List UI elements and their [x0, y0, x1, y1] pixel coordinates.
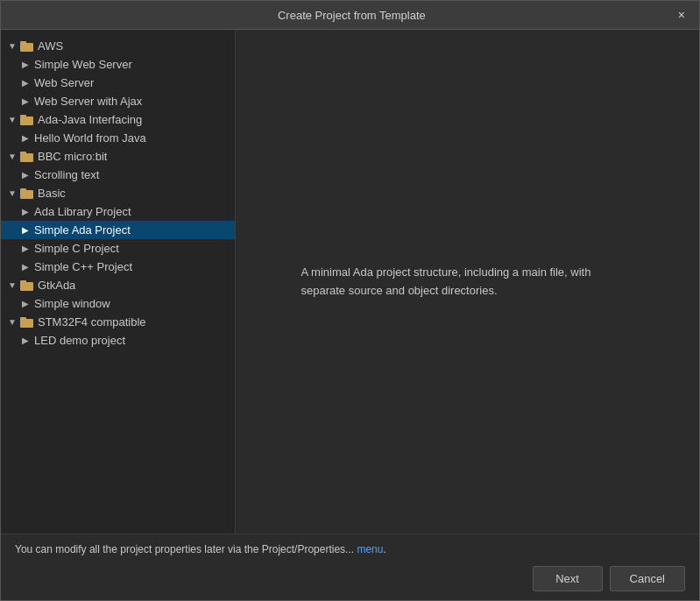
category-ada-java-label: Ada-Java Interfacing [38, 113, 142, 126]
svg-rect-2 [20, 117, 33, 125]
arrow-simple-c-project: ▶ [22, 244, 32, 253]
arrow-web-server-ajax: ▶ [22, 96, 32, 106]
detail-panel: A minimal Ada project structure, includi… [236, 30, 699, 534]
dialog-title: Create Project from Template [29, 9, 675, 22]
svg-rect-3 [20, 115, 26, 117]
footer-note-text: You can modify all the project propertie… [15, 543, 357, 555]
item-simple-cpp-project-label: Simple C++ Project [34, 260, 132, 273]
dialog-body: ▼ AWS ▶ Simple Web Server ▶ Web Server ▶ [1, 30, 699, 534]
category-aws-label: AWS [38, 39, 63, 53]
arrow-ada-library-project: ▶ [22, 207, 32, 216]
arrow-hello-world-java: ▶ [22, 133, 32, 143]
cancel-button[interactable]: Cancel [610, 566, 685, 591]
folder-icon-aws [20, 40, 34, 52]
title-bar: Create Project from Template × [1, 1, 699, 30]
category-basic[interactable]: ▼ Basic [1, 184, 235, 202]
item-simple-ada-project[interactable]: ▶ Simple Ada Project [1, 221, 235, 239]
svg-rect-10 [20, 319, 33, 328]
folder-icon-basic [20, 187, 34, 199]
category-stm32f4[interactable]: ▼ STM32F4 compatible [1, 313, 235, 331]
item-simple-cpp-project[interactable]: ▶ Simple C++ Project [1, 258, 235, 276]
folder-icon-ada-java [20, 114, 34, 125]
footer-buttons: Next Cancel [15, 566, 685, 591]
arrow-scrolling-text: ▶ [22, 170, 32, 180]
category-ada-java[interactable]: ▼ Ada-Java Interfacing [1, 110, 235, 129]
category-bbc-microbit[interactable]: ▼ BBC micro:bit [1, 147, 235, 166]
svg-rect-11 [20, 317, 26, 320]
close-button[interactable]: × [675, 8, 689, 22]
svg-rect-7 [20, 188, 26, 191]
category-stm32f4-label: STM32F4 compatible [38, 315, 146, 329]
footer-note-link: menu [357, 543, 383, 555]
item-ada-library-project-label: Ada Library Project [34, 205, 131, 218]
arrow-led-demo-project: ▶ [22, 336, 32, 345]
item-web-server[interactable]: ▶ Web Server [1, 74, 235, 92]
item-scrolling-text-label: Scrolling text [34, 168, 99, 181]
category-aws[interactable]: ▼ AWS [1, 37, 235, 55]
item-web-server-label: Web Server [34, 76, 94, 89]
category-gtkada-label: GtkAda [38, 279, 75, 292]
item-led-demo-project-label: LED demo project [34, 334, 125, 347]
item-led-demo-project[interactable]: ▶ LED demo project [1, 331, 235, 350]
svg-rect-8 [20, 282, 33, 291]
arrow-simple-cpp-project: ▶ [22, 262, 32, 272]
create-project-dialog: Create Project from Template × ▼ AWS ▶ S… [0, 0, 700, 601]
svg-rect-6 [20, 190, 33, 199]
next-button[interactable]: Next [533, 566, 603, 591]
folder-icon-gtkada [20, 279, 34, 291]
item-hello-world-java[interactable]: ▶ Hello World from Java [1, 129, 235, 147]
dialog-footer: You can modify all the project propertie… [1, 534, 699, 600]
item-web-server-ajax-label: Web Server with Ajax [34, 95, 142, 108]
category-bbc-microbit-label: BBC micro:bit [38, 150, 107, 163]
item-simple-web-server-label: Simple Web Server [34, 58, 132, 71]
footer-note-period: . [383, 543, 385, 555]
item-web-server-ajax[interactable]: ▶ Web Server with Ajax [1, 92, 235, 110]
svg-rect-4 [20, 153, 33, 162]
arrow-simple-web-server: ▶ [22, 60, 32, 69]
svg-rect-9 [20, 280, 26, 283]
expand-arrow-stm32f4: ▼ [8, 317, 18, 327]
footer-note: You can modify all the project propertie… [15, 543, 685, 555]
folder-icon-bbc-microbit [20, 151, 34, 162]
expand-arrow-bbc-microbit: ▼ [8, 152, 18, 161]
svg-rect-1 [20, 41, 26, 44]
arrow-simple-window: ▶ [22, 299, 32, 308]
folder-icon-stm32f4 [20, 316, 34, 328]
svg-rect-0 [20, 43, 33, 52]
expand-arrow-ada-java: ▼ [8, 115, 18, 124]
item-simple-c-project-label: Simple C Project [34, 242, 119, 255]
svg-rect-5 [20, 152, 26, 154]
expand-arrow-gtkada: ▼ [8, 280, 18, 290]
item-simple-window[interactable]: ▶ Simple window [1, 294, 235, 313]
item-simple-c-project[interactable]: ▶ Simple C Project [1, 239, 235, 258]
category-basic-label: Basic [38, 187, 66, 200]
description-text: A minimal Ada project structure, includi… [301, 264, 634, 300]
tree-panel: ▼ AWS ▶ Simple Web Server ▶ Web Server ▶ [1, 30, 236, 534]
item-scrolling-text[interactable]: ▶ Scrolling text [1, 166, 235, 184]
category-gtkada[interactable]: ▼ GtkAda [1, 276, 235, 294]
item-ada-library-project[interactable]: ▶ Ada Library Project [1, 202, 235, 221]
item-hello-world-java-label: Hello World from Java [34, 131, 146, 145]
expand-arrow-aws: ▼ [8, 41, 18, 51]
expand-arrow-basic: ▼ [8, 188, 18, 198]
arrow-simple-ada-project: ▶ [22, 225, 32, 235]
arrow-web-server: ▶ [22, 78, 32, 88]
detail-description: A minimal Ada project structure, includi… [257, 47, 678, 516]
item-simple-ada-project-label: Simple Ada Project [34, 223, 131, 237]
item-simple-web-server[interactable]: ▶ Simple Web Server [1, 55, 235, 74]
item-simple-window-label: Simple window [34, 297, 110, 310]
